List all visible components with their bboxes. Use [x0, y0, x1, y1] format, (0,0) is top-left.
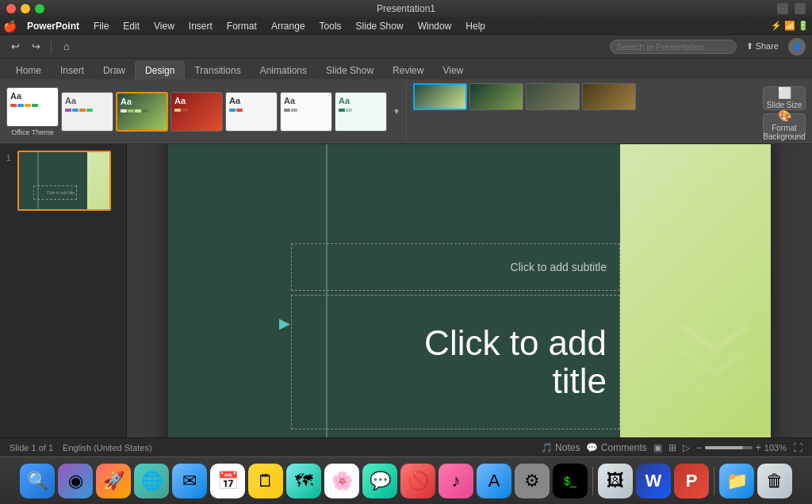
theme-neutral[interactable]: Aa	[280, 92, 332, 132]
zoom-slider[interactable]	[705, 446, 753, 449]
theme-expand-button[interactable]: ▼	[390, 92, 403, 132]
variant-4[interactable]	[582, 83, 636, 110]
dock-terminal[interactable]: $_	[553, 464, 588, 498]
slide-list-item: 1 Click to add title	[6, 151, 120, 211]
variant-1[interactable]	[413, 83, 467, 110]
view-reading-button[interactable]: ▷	[683, 442, 690, 453]
slide-number: 1	[6, 154, 14, 162]
menu-bar: 🍎 PowerPoint File Edit View Insert Forma…	[0, 17, 812, 35]
zoom-level: 103%	[764, 443, 787, 452]
apple-menu[interactable]: 🍎	[3, 20, 16, 32]
variant-3[interactable]	[526, 83, 580, 110]
menu-format[interactable]: Format	[220, 19, 263, 33]
tab-draw[interactable]: Draw	[94, 62, 135, 79]
tab-slide-show[interactable]: Slide Show	[316, 62, 383, 79]
zoom-control: − + 103%	[696, 442, 787, 453]
menu-help[interactable]: Help	[459, 19, 492, 33]
slide-size-button[interactable]: ⬜ Slide Size	[763, 86, 806, 110]
slide-bg-light	[620, 144, 771, 437]
subtitle-text-box[interactable]: Click to add subtitle	[291, 243, 620, 291]
redo-button[interactable]: ↪	[27, 38, 44, 55]
ribbon-content: Aa Office Theme Aa	[0, 79, 812, 144]
dock-launchpad[interactable]: 🚀	[96, 464, 131, 498]
undo-button[interactable]: ↩	[6, 38, 24, 55]
theme-teal[interactable]: Aa	[335, 92, 387, 132]
dock-maps[interactable]: 🗺	[286, 464, 321, 498]
main-area: 1 Click to add title	[0, 144, 812, 437]
dock-system-prefs[interactable]: ⚙	[515, 464, 550, 498]
zoom-in-button[interactable]: +	[756, 442, 761, 453]
slide-thumbnail[interactable]: Click to add title	[17, 151, 111, 211]
share-button[interactable]: ⬆ Share	[740, 40, 785, 53]
menu-edit[interactable]: Edit	[117, 19, 146, 33]
close-button[interactable]	[6, 4, 16, 13]
title-text-box[interactable]: Click to addtitle	[291, 295, 620, 430]
minimize-button[interactable]	[21, 4, 30, 13]
tab-transitions[interactable]: Transitions	[185, 62, 250, 79]
theme-group: Aa Office Theme Aa	[6, 83, 387, 140]
tab-home[interactable]: Home	[6, 62, 51, 79]
menu-file[interactable]: File	[87, 19, 115, 33]
dock-photos[interactable]: 🌸	[324, 464, 359, 498]
menu-view[interactable]: View	[147, 19, 181, 33]
maximize-button[interactable]	[35, 4, 44, 13]
comments-button[interactable]: 💬 Comments	[586, 442, 646, 453]
toolbar-divider	[51, 40, 52, 54]
wifi-icon	[777, 3, 788, 14]
dock-preview[interactable]: 🖼	[598, 464, 633, 498]
fit-to-window-button[interactable]: ⛶	[793, 442, 802, 453]
menu-app-name[interactable]: PowerPoint	[21, 19, 86, 33]
theme-organic[interactable]: Aa	[116, 92, 168, 132]
search-input[interactable]	[610, 40, 737, 54]
tab-review[interactable]: Review	[383, 62, 433, 79]
theme-office[interactable]: Aa	[6, 87, 59, 127]
dock-do-not-disturb[interactable]: 🚫	[400, 464, 435, 498]
dock-appstore[interactable]: A	[477, 464, 511, 498]
notes-button[interactable]: 🎵 Notes	[541, 442, 580, 453]
dock-word[interactable]: W	[636, 464, 671, 498]
dock-mail[interactable]: ✉	[172, 464, 207, 498]
variant-2[interactable]	[469, 83, 523, 110]
toolbar: ↩ ↪ ⌂ ⬆ Share 👤	[0, 35, 812, 59]
arrow-marker: ▶	[279, 315, 290, 332]
menu-arrange[interactable]: Arrange	[265, 19, 312, 33]
menu-tools[interactable]: Tools	[313, 19, 348, 33]
title-bar: Presentation1	[0, 0, 812, 17]
tab-insert[interactable]: Insert	[51, 62, 94, 79]
system-time: ⚡ 📶 🔋	[771, 21, 809, 31]
status-right: 🎵 Notes 💬 Comments ▣ ⊞ ▷ − + 103% ⛶	[541, 442, 802, 453]
dock-finder-folder[interactable]: 📁	[719, 464, 754, 498]
tab-design[interactable]: Design	[135, 61, 185, 79]
tab-view[interactable]: View	[433, 62, 473, 79]
menu-window[interactable]: Window	[412, 19, 458, 33]
dock-trash[interactable]: 🗑	[757, 464, 792, 498]
view-slide-sorter-button[interactable]: ⊞	[668, 442, 676, 453]
zoom-out-button[interactable]: −	[696, 442, 702, 453]
menu-slide-show[interactable]: Slide Show	[350, 19, 410, 33]
dock-finder[interactable]: 🔍	[20, 464, 55, 498]
dock-powerpoint[interactable]: P	[674, 464, 709, 498]
title-placeholder: Click to addtitle	[424, 324, 607, 401]
dock-notes[interactable]: 🗒	[248, 464, 283, 498]
dock-messages[interactable]: 💬	[362, 464, 397, 498]
language-info: English (United States)	[63, 443, 152, 452]
theme-blue[interactable]: Aa	[225, 92, 278, 132]
dock-siri[interactable]: ◉	[58, 464, 93, 498]
dock-music[interactable]: ♪	[439, 464, 473, 498]
theme-2[interactable]: Aa	[61, 92, 113, 132]
battery-icon	[795, 3, 806, 14]
format-background-button[interactable]: 🎨 Format Background	[763, 113, 806, 137]
menu-insert[interactable]: Insert	[182, 19, 219, 33]
slide-variants	[406, 83, 644, 140]
ribbon-right-buttons: ⬜ Slide Size 🎨 Format Background	[763, 86, 806, 137]
view-normal-button[interactable]: ▣	[653, 442, 662, 453]
theme-red[interactable]: Aa	[170, 92, 223, 132]
user-avatar[interactable]: 👤	[788, 38, 806, 55]
dock-safari[interactable]: 🌐	[134, 464, 169, 498]
home-button[interactable]: ⌂	[58, 38, 75, 55]
title-bar-right	[777, 3, 806, 14]
tab-animations[interactable]: Animations	[251, 62, 316, 79]
dock-calendar[interactable]: 📅	[210, 464, 245, 498]
slide-panel: 1 Click to add title	[0, 144, 127, 437]
format-bg-label: Format Background	[763, 124, 805, 141]
